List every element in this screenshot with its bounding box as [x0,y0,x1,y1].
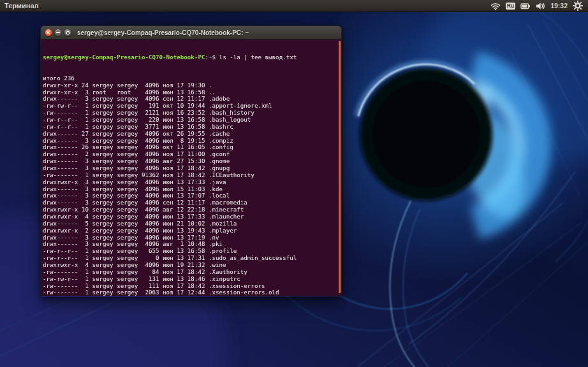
session-gear-icon[interactable] [573,0,583,12]
terminal-output-line: -rw-rw-r-- 1 sergey sergey 131 июн 13 18… [43,276,341,283]
window-maximize-button[interactable] [64,29,71,36]
desktop-screen: Терминал Ru [0,0,588,367]
network-wifi-icon[interactable] [490,0,501,12]
terminal-output: итого 236drwxr-xr-x 24 sergey sergey 409… [43,75,341,296]
window-close-button[interactable] [45,29,52,36]
indicator-area: Ru 19:32 [490,0,588,12]
window-title: sergey@sergey-Compaq-Presario-CQ70-Noteb… [77,29,249,36]
keyboard-layout-indicator[interactable]: Ru [506,0,515,12]
top-panel: Терминал Ru [0,0,588,12]
prompt-user-host: sergey@sergey-Compaq-Presario-CQ70-Noteb… [43,54,205,61]
terminal-prompt-line: sergey@sergey-Compaq-Presario-CQ70-Noteb… [43,54,341,61]
volume-icon[interactable] [536,0,545,12]
terminal-scrollbar[interactable] [339,41,341,293]
battery-icon[interactable] [520,0,531,12]
terminal-output-line: drwxrwxr-x 2 sergey sergey 4096 июн 13 1… [43,227,341,234]
terminal-output-line: drwx------ 27 sergey sergey 4096 окт 26 … [43,131,341,138]
keyboard-layout-label: Ru [506,3,515,10]
terminal-content: sergey@sergey-Compaq-Presario-CQ70-Noteb… [43,41,341,297]
terminal-window: sergey@sergey-Compaq-Presario-CQ70-Noteb… [40,25,342,297]
terminal-output-line: drwxr-xr-x 24 sergey sergey 4096 ноя 17 … [43,82,341,89]
minimize-icon [56,32,60,33]
prompt-command: $ ls -la | tee вывод.txt [212,54,297,61]
close-icon [47,31,50,34]
maximize-icon [66,31,70,34]
window-titlebar[interactable]: sergey@sergey-Compaq-Presario-CQ70-Noteb… [40,25,342,40]
clock[interactable]: 19:32 [550,2,568,10]
window-minimize-button[interactable] [54,29,62,36]
active-app-title[interactable]: Терминал [4,2,39,10]
terminal-output-line: drwxrwxr-x 3 sergey sergey 4096 июн 13 1… [43,179,341,186]
terminal-screen[interactable]: sergey@sergey-Compaq-Presario-CQ70-Noteb… [40,40,342,296]
